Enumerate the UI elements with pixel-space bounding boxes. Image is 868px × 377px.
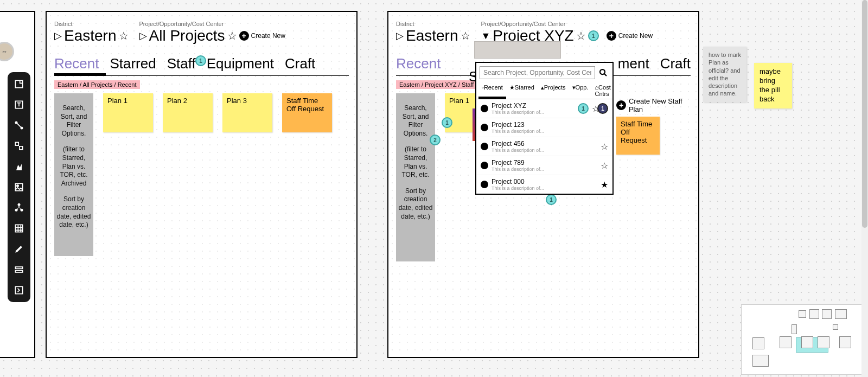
plan-card[interactable]: Plan 3 (222, 93, 272, 132)
dd-tab-recent[interactable]: ◦Recent (478, 82, 506, 99)
card-label: Staff Time Off Request (621, 120, 652, 144)
connector-tool-icon[interactable] (11, 118, 27, 133)
tor-card[interactable]: Staff Time Off Request (616, 117, 660, 155)
create-new-label: Create New (618, 32, 653, 40)
item-name: Project 000 (492, 178, 597, 186)
table-tool-icon[interactable] (11, 221, 27, 236)
svg-rect-0 (15, 80, 22, 87)
svg-point-7 (17, 185, 18, 187)
tab-equipment-partial[interactable]: ment (618, 54, 649, 75)
text-tool-icon[interactable] (11, 97, 27, 112)
minimap-frame (792, 324, 797, 334)
tab-craft[interactable]: Craft (285, 54, 315, 75)
star-icon[interactable]: ☆ (601, 142, 608, 152)
active-tab-underline (54, 73, 106, 76)
create-staff-plan-button[interactable]: +Create New Staff Plan (616, 97, 698, 113)
minimap-frame (780, 336, 792, 348)
scroll-thumb[interactable] (862, 0, 867, 228)
dropdown-item[interactable]: Project 789This is a description of... ☆ (476, 156, 612, 175)
dd-tab-cost[interactable]: ⌂Cost Cntrs (591, 82, 614, 99)
project-label: Project/Opportunity/Cost Center (139, 21, 285, 27)
create-new-button[interactable]: +Create New (239, 31, 285, 41)
search-input[interactable] (480, 66, 595, 79)
dd-tab-starred[interactable]: ★Starred (506, 82, 538, 99)
plan-card[interactable]: Plan 2 (163, 93, 213, 132)
svg-rect-4 (15, 142, 18, 145)
item-icon (481, 181, 488, 188)
tab-equipment[interactable]: Equipment (207, 54, 274, 75)
district-breadcrumb[interactable]: ▷ Eastern☆ (396, 27, 470, 44)
comment-pin[interactable]: 1 (578, 103, 589, 114)
dd-tab-projects[interactable]: ▴Projects (538, 82, 569, 99)
comment-pin[interactable]: 2 (430, 135, 441, 145)
tool-palette (8, 72, 30, 302)
vertical-scrollbar[interactable] (861, 0, 868, 377)
tab-starred[interactable]: Starred (110, 54, 156, 75)
filter-text: (filter to Starred, Plan vs. TOR, etc. (398, 145, 433, 179)
comment-pin[interactable]: 1 (442, 117, 452, 128)
minimap-frame (833, 324, 838, 330)
item-name: Project 123 (492, 121, 608, 129)
svg-rect-5 (20, 146, 23, 150)
star-icon[interactable]: ☆ (461, 29, 470, 42)
project-name: All Projects (149, 27, 225, 44)
component-tool-icon[interactable] (11, 262, 27, 277)
shape-tool-icon[interactable] (11, 138, 27, 154)
create-staff-label: Create New Staff Plan (629, 97, 698, 113)
frame-project-xyz[interactable]: District ▷ Eastern☆ Project/Opportunity/… (387, 11, 699, 358)
tab-recent[interactable]: Recent (396, 54, 442, 75)
dropdown-tabs: ◦Recent ★Starred ▴Projects ▾Opp. ⌂Cost C… (476, 82, 612, 99)
minimap-frame (799, 310, 806, 318)
svg-point-8 (18, 203, 21, 206)
create-new-label: Create New (251, 32, 285, 40)
sticky-note-gray[interactable]: how to mark Plan as official? and edit t… (703, 47, 746, 102)
sticky-note-yellow[interactable]: maybe bring the pill back (754, 63, 792, 108)
dropdown-item[interactable]: Project 000This is a description of... ★ (476, 175, 612, 194)
dropdown-item[interactable]: Project 456This is a description of... ☆ (476, 137, 612, 156)
comment-pin[interactable]: 1 (195, 55, 206, 66)
minimap-frame (752, 355, 769, 367)
star-filled-icon[interactable]: ★ (601, 180, 608, 190)
dropdown-item[interactable]: Project 123This is a description of... (476, 118, 612, 137)
comment-pin[interactable]: 1 (588, 30, 599, 41)
star-icon[interactable]: ☆ (601, 161, 608, 171)
filter-panel[interactable]: Search, Sort, and Filter Options. (filte… (396, 93, 435, 261)
image-tool-icon[interactable] (11, 180, 27, 195)
more-tool-icon[interactable] (11, 283, 27, 298)
district-label: District (54, 21, 129, 27)
comment-pin[interactable]: 1 (546, 194, 557, 205)
district-name: Eastern (406, 27, 458, 44)
minimap-frame (822, 309, 832, 319)
tor-card[interactable]: Staff Time Off Request (282, 93, 332, 132)
item-name: Project 789 (492, 159, 597, 167)
star-icon[interactable]: ☆ (227, 29, 237, 42)
search-icon[interactable] (597, 66, 609, 79)
star-icon[interactable]: ☆ (119, 29, 129, 42)
comment-pin[interactable]: 1 (597, 103, 608, 114)
chevron-down-icon: ▼ (481, 30, 491, 42)
plus-icon: + (607, 31, 616, 41)
plan-card[interactable]: Plan 1 (103, 93, 153, 132)
minimap-frame (835, 309, 847, 319)
create-new-button[interactable]: +Create New (607, 31, 653, 41)
filter-text: Sort by creation date, edited date, etc.… (56, 195, 91, 229)
tab-craft[interactable]: Craft (660, 54, 691, 75)
item-icon (481, 162, 488, 169)
project-breadcrumb[interactable]: ▷ All Projects ☆ +Create New (139, 27, 285, 44)
item-desc: This is a description of... (492, 129, 608, 134)
tab-staff[interactable]: Staff (167, 54, 196, 75)
filter-panel[interactable]: Search, Sort, and Filter Options. (filte… (54, 93, 93, 256)
district-breadcrumb[interactable]: ▷ Eastern☆ (54, 27, 129, 44)
frame-all-projects[interactable]: District ▷ Eastern☆ Project/Opportunity/… (46, 11, 358, 358)
stamp-tool-icon[interactable] (11, 159, 27, 174)
dd-tab-opp[interactable]: ▾Opp. (569, 82, 592, 99)
pen-tool-icon[interactable] (11, 241, 27, 257)
project-dropdown: ◦Recent ★Starred ▴Projects ▾Opp. ⌂Cost C… (475, 62, 614, 195)
chart-tool-icon[interactable] (11, 200, 27, 215)
sticky-note-tool-icon[interactable] (11, 76, 27, 92)
plus-icon: + (616, 100, 626, 110)
dropdown-item[interactable]: Project XYZThis is a description of... 1… (476, 99, 612, 118)
star-icon[interactable]: ☆ (576, 29, 586, 42)
minimap[interactable] (741, 304, 866, 375)
tab-recent[interactable]: Recent (54, 54, 99, 75)
